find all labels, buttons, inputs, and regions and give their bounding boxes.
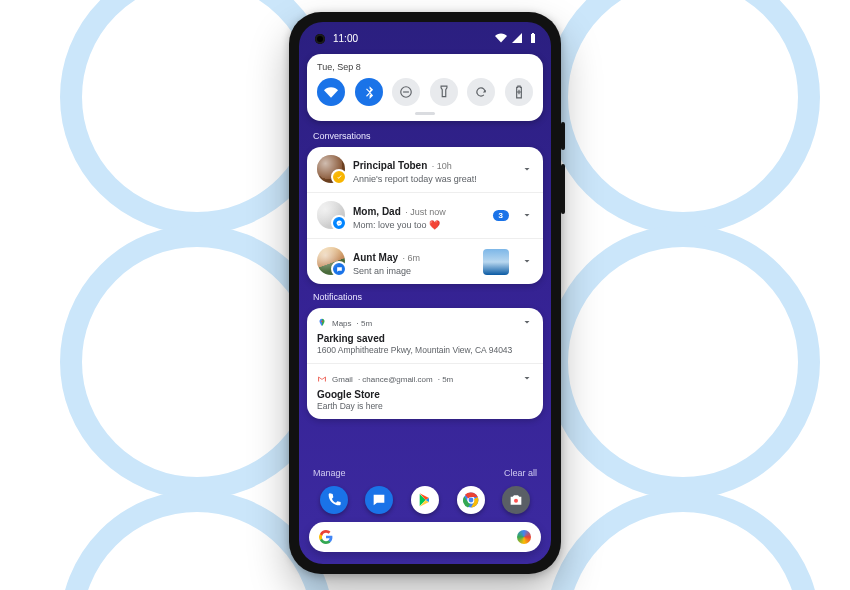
conversation-text: Mom, Dad · Just now Mom: love you too ❤️ [353, 201, 485, 230]
dock-play-store-icon[interactable] [411, 486, 439, 514]
conversation-time: · 6m [402, 253, 420, 263]
notification-title: Google Store [317, 389, 533, 400]
conversation-subtitle: Sent an image [353, 266, 475, 276]
qs-rotate-tile[interactable] [467, 78, 495, 106]
image-thumbnail [483, 249, 509, 275]
battery-icon [527, 32, 539, 44]
svg-point-6 [514, 499, 518, 503]
avatar [317, 247, 345, 275]
bg-circle [546, 490, 820, 590]
conversation-text: Principal Toben · 10h Annie's report tod… [353, 155, 513, 184]
svg-point-5 [468, 498, 473, 503]
qs-flashlight-tile[interactable] [430, 78, 458, 106]
notifications-card: Maps · 5m Parking saved 1600 Amphitheatr… [307, 308, 543, 419]
clear-all-button[interactable]: Clear all [504, 468, 537, 478]
clock: 11:00 [333, 33, 358, 44]
phone-frame: 11:00 Tue, Sep 8 [289, 12, 561, 574]
notification-title: Parking saved [317, 333, 533, 344]
chevron-down-icon[interactable] [521, 253, 533, 271]
gmail-icon [317, 374, 327, 384]
notification-account: · chance@gmail.com [358, 375, 433, 384]
notifications-header: Notifications [313, 292, 537, 302]
chevron-down-icon[interactable] [521, 316, 533, 330]
notification-subtitle: Earth Day is here [317, 401, 533, 411]
conversation-title: Mom, Dad [353, 206, 401, 217]
google-logo-icon [319, 530, 333, 544]
conversation-time: · 10h [432, 161, 452, 171]
bg-circle [546, 225, 820, 499]
front-camera [315, 34, 325, 44]
signal-icon [511, 32, 523, 44]
notification-time: · 5m [438, 375, 454, 384]
status-bar: 11:00 [299, 22, 551, 50]
conversations-header: Conversations [313, 131, 537, 141]
dock-messages-icon[interactable] [365, 486, 393, 514]
svg-rect-1 [403, 91, 409, 92]
chevron-down-icon[interactable] [521, 372, 533, 386]
conversation-title: Principal Toben [353, 160, 427, 171]
qs-wifi-tile[interactable] [317, 78, 345, 106]
conversation-row[interactable]: Aunt May · 6m Sent an image [307, 238, 543, 284]
status-icons [495, 32, 539, 44]
conversation-row[interactable]: Principal Toben · 10h Annie's report tod… [307, 147, 543, 192]
qs-bluetooth-tile[interactable] [355, 78, 383, 106]
dock-chrome-icon[interactable] [457, 486, 485, 514]
app-badge-icon [331, 261, 347, 277]
qs-dnd-tile[interactable] [392, 78, 420, 106]
notification-app: Gmail [332, 375, 353, 384]
shade-actions: Manage Clear all [309, 468, 541, 484]
dock-phone-icon[interactable] [320, 486, 348, 514]
bg-circle [546, 0, 820, 234]
stage: 11:00 Tue, Sep 8 [0, 0, 850, 590]
qs-expand-handle[interactable] [415, 112, 435, 115]
notification-app: Maps [332, 319, 352, 328]
conversation-title: Aunt May [353, 252, 398, 263]
qs-battery-saver-tile[interactable] [505, 78, 533, 106]
app-badge-icon [331, 215, 347, 231]
phone-screen[interactable]: 11:00 Tue, Sep 8 [299, 22, 551, 564]
chevron-down-icon[interactable] [521, 161, 533, 179]
app-dock [311, 486, 539, 514]
quick-settings-tiles [317, 78, 533, 106]
notification-time: · 5m [357, 319, 373, 328]
home-bottom-area: Manage Clear all [299, 462, 551, 564]
wifi-icon [495, 32, 507, 44]
quick-settings-panel[interactable]: Tue, Sep 8 [307, 54, 543, 121]
search-bar[interactable] [309, 522, 541, 552]
conversation-row[interactable]: Mom, Dad · Just now Mom: love you too ❤️… [307, 192, 543, 238]
conversations-card: Principal Toben · 10h Annie's report tod… [307, 147, 543, 284]
notification-row[interactable]: Gmail · chance@gmail.com · 5m Google Sto… [307, 363, 543, 419]
avatar [317, 155, 345, 183]
notification-subtitle: 1600 Amphitheatre Pkwy, Mountain View, C… [317, 345, 533, 355]
conversation-subtitle: Mom: love you too ❤️ [353, 220, 485, 230]
volume-button [561, 122, 565, 150]
conversation-time: · Just now [405, 207, 446, 217]
maps-icon [317, 318, 327, 328]
conversation-text: Aunt May · 6m Sent an image [353, 247, 475, 276]
chevron-down-icon[interactable] [521, 207, 533, 225]
svg-point-2 [321, 321, 323, 323]
app-badge-icon [331, 169, 347, 185]
conversation-subtitle: Annie's report today was great! [353, 174, 513, 184]
avatar [317, 201, 345, 229]
power-button [561, 164, 565, 214]
unread-count-badge: 3 [493, 210, 509, 221]
assistant-icon[interactable] [517, 530, 531, 544]
dock-camera-icon[interactable] [502, 486, 530, 514]
quick-settings-date: Tue, Sep 8 [317, 62, 533, 72]
manage-button[interactable]: Manage [313, 468, 346, 478]
notification-row[interactable]: Maps · 5m Parking saved 1600 Amphitheatr… [307, 308, 543, 363]
